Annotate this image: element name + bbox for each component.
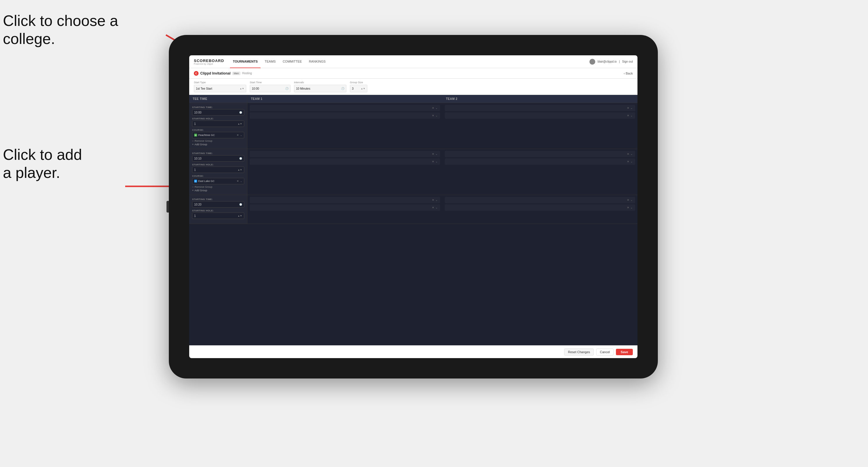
player-slot-x[interactable]: ✕ (627, 153, 629, 155)
start-type-label: Start Type (194, 81, 246, 84)
player-slot-caret[interactable]: ⌄ (630, 153, 633, 155)
player-slot-x[interactable]: ✕ (627, 106, 629, 110)
annotation-choose-college: Click to choose a college. (3, 12, 118, 48)
nav-link-tournaments[interactable]: TOURNAMENTS (230, 55, 260, 68)
nav-links: TOURNAMENTS TEAMS COMMITTEE RANKINGS (230, 55, 589, 68)
intervals-select[interactable]: 10 Minutes 🕐 (294, 85, 346, 92)
annotation-add-player: Click to add a player. (3, 146, 82, 182)
player-slot[interactable]: ✕ ⌄ (250, 197, 440, 203)
team2-col-1: ✕ ⌄ ✕ ⌄ (442, 103, 638, 149)
player-slot-x[interactable]: ✕ (627, 206, 629, 209)
player-slot-caret[interactable]: ⌄ (435, 114, 438, 117)
start-time-group: Start Time 10:00 🕐 (250, 81, 290, 92)
starting-time-input-2[interactable]: 10:10 🕐 (192, 155, 244, 162)
player-slot-caret[interactable]: ⌄ (435, 160, 438, 163)
player-slot[interactable]: ✕ ⌄ (250, 151, 440, 157)
player-slot-actions: ✕ ⌄ (432, 160, 438, 163)
player-slot[interactable]: ✕ ⌄ (445, 113, 635, 119)
save-button[interactable]: Save (616, 349, 633, 355)
player-slot-x[interactable]: ✕ (432, 198, 434, 201)
player-slot[interactable]: ✕ ⌄ (250, 205, 440, 211)
player-slot-caret[interactable]: ⌄ (630, 198, 633, 201)
player-slot-caret[interactable]: ⌄ (435, 106, 438, 110)
player-slot[interactable]: ✕ ⌄ (445, 151, 635, 157)
player-slot-actions: ✕ ⌄ (627, 114, 633, 117)
course-tag-1[interactable]: A Peachtree GC ✕ ⌄ (192, 132, 244, 138)
start-time-select[interactable]: 10:00 🕐 (250, 85, 290, 92)
remove-group-btn-2[interactable]: ○ Remove Group (192, 185, 244, 188)
starting-time-label-3: STARTING TIME: (192, 198, 244, 200)
starting-time-input-3[interactable]: 10:20 🕐 (192, 201, 244, 208)
player-slot[interactable]: ✕ ⌄ (250, 158, 440, 165)
player-slot-x[interactable]: ✕ (432, 160, 434, 163)
nav-link-rankings[interactable]: RANKINGS (306, 55, 328, 68)
intervals-label: Intervals (294, 81, 346, 84)
table-header: Tee Time Team 1 Team 2 (189, 95, 638, 103)
player-slot-actions: ✕ ⌄ (432, 106, 438, 110)
course-remove-1[interactable]: ✕ (237, 134, 239, 136)
player-slot-x[interactable]: ✕ (432, 106, 434, 110)
tournament-badge: Men (232, 72, 241, 75)
player-slot[interactable]: ✕ ⌄ (250, 113, 440, 119)
sign-out-link[interactable]: Sign out (622, 60, 633, 63)
course-tag-2[interactable]: E East Lake GC ✕ ⌄ (192, 178, 244, 184)
player-slot-x[interactable]: ✕ (432, 206, 434, 209)
player-slot-actions: ✕ ⌄ (627, 153, 633, 155)
tournament-name: Clippd Invitational (200, 71, 230, 75)
player-slot[interactable]: ✕ ⌄ (445, 158, 635, 165)
nav-link-teams[interactable]: TEAMS (262, 55, 279, 68)
start-type-select[interactable]: 1st Tee Start ▲▼ (194, 85, 246, 92)
left-panel-1: STARTING TIME: 10:00 🕐 STARTING HOLE: 1 … (189, 103, 247, 149)
main-content: STARTING TIME: 10:00 🕐 STARTING HOLE: 1 … (189, 103, 638, 345)
remove-add-btns-1: ○ Remove Group + Add Group (192, 139, 244, 146)
clock-icon: 🕐 (285, 87, 288, 90)
remove-group-btn-1[interactable]: ○ Remove Group (192, 139, 244, 143)
hole-caret-2: ▲▼ (238, 168, 242, 171)
group-size-caret: ▲▼ (361, 87, 365, 90)
team2-col-2: ✕ ⌄ ✕ ⌄ (442, 149, 638, 195)
add-group-btn-2[interactable]: + Add Group (192, 189, 244, 192)
player-slot[interactable]: ✕ ⌄ (250, 105, 440, 111)
nav-right: blair@clippd.io | Sign out (589, 59, 633, 65)
player-slot[interactable]: ✕ ⌄ (445, 205, 635, 211)
cancel-button[interactable]: Cancel (596, 348, 614, 355)
player-slot-caret[interactable]: ⌄ (630, 206, 633, 209)
reset-changes-button[interactable]: Reset Changes (564, 348, 594, 355)
player-slot-caret[interactable]: ⌄ (435, 153, 438, 155)
player-slot-x[interactable]: ✕ (432, 114, 434, 117)
player-slot-x[interactable]: ✕ (432, 153, 434, 155)
player-slot-caret[interactable]: ⌄ (630, 106, 633, 110)
tablet-frame: SCOREBOARD Powered by clippd TOURNAMENTS… (169, 35, 658, 378)
player-slot-actions: ✕ ⌄ (432, 114, 438, 117)
player-slot-actions: ✕ ⌄ (432, 153, 438, 155)
starting-hole-input-1[interactable]: 1 ▲▼ (192, 121, 244, 127)
starting-time-input-1[interactable]: 10:00 🕐 (192, 109, 244, 116)
course-remove-2[interactable]: ✕ (237, 180, 239, 183)
player-slot-x[interactable]: ✕ (627, 198, 629, 201)
course-caret: ⌄ (240, 134, 242, 136)
table-row: STARTING TIME: 10:20 🕐 STARTING HOLE: 1 … (189, 195, 638, 224)
table-row: STARTING TIME: 10:00 🕐 STARTING HOLE: 1 … (189, 103, 638, 149)
starting-hole-input-3[interactable]: 1 ▲▼ (192, 213, 244, 219)
hole-caret-3: ▲▼ (238, 215, 242, 217)
team1-col-1: ✕ ⌄ ✕ ⌄ (247, 103, 442, 149)
player-slot-actions: ✕ ⌄ (627, 198, 633, 201)
player-slot[interactable]: ✕ ⌄ (445, 197, 635, 203)
starting-hole-input-2[interactable]: 1 ▲▼ (192, 166, 244, 173)
user-avatar (589, 59, 595, 65)
player-slot-caret[interactable]: ⌄ (435, 206, 438, 209)
left-panel-3: STARTING TIME: 10:20 🕐 STARTING HOLE: 1 … (189, 195, 247, 224)
sub-header: C Clippd Invitational Men Hosting ‹ Back (189, 68, 638, 79)
player-slot-caret[interactable]: ⌄ (630, 160, 633, 163)
back-button[interactable]: ‹ Back (624, 72, 633, 75)
add-group-btn-1[interactable]: + Add Group (192, 143, 244, 146)
team1-col-3: ✕ ⌄ ✕ ⌄ (247, 195, 442, 224)
player-slot-x[interactable]: ✕ (627, 114, 629, 117)
logo-sub: Powered by clippd (194, 63, 224, 65)
player-slot-caret[interactable]: ⌄ (630, 114, 633, 117)
player-slot-x[interactable]: ✕ (627, 160, 629, 163)
player-slot-caret[interactable]: ⌄ (435, 198, 438, 201)
player-slot[interactable]: ✕ ⌄ (445, 105, 635, 111)
nav-link-committee[interactable]: COMMITTEE (280, 55, 305, 68)
group-size-select[interactable]: 3 ▲▼ (350, 85, 367, 92)
